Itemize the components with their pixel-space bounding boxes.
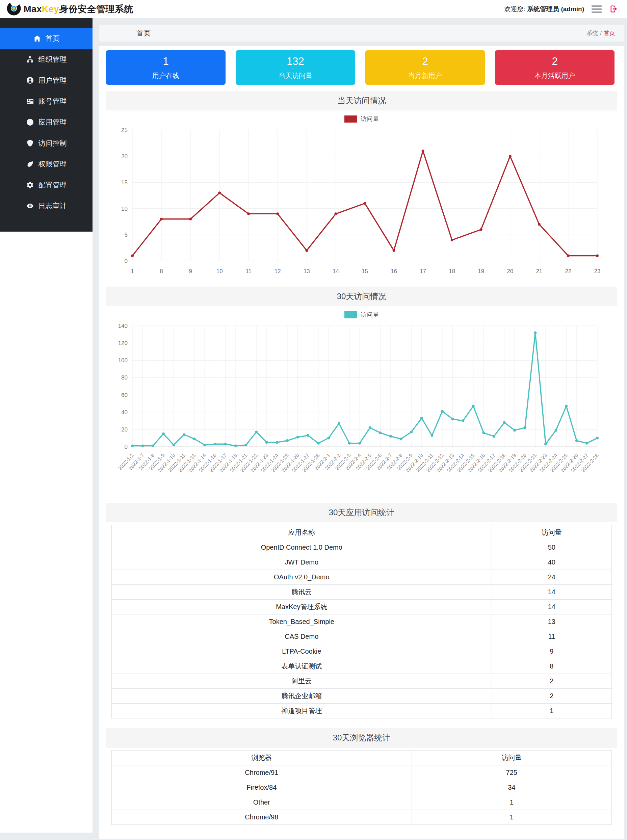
daily-visits-chart: 0510152025189101112131415161718192021222… xyxy=(108,124,610,280)
svg-text:12: 12 xyxy=(274,268,281,274)
table-cell: 表单认证测试 xyxy=(112,659,492,674)
menu-toggle-icon[interactable] xyxy=(592,5,602,13)
svg-text:18: 18 xyxy=(449,268,455,274)
logout-icon[interactable] xyxy=(609,5,618,14)
stat-value: 2 xyxy=(495,56,614,67)
sidebar-item-label: 组织管理 xyxy=(38,55,67,64)
svg-text:0: 0 xyxy=(124,444,128,450)
svg-text:20: 20 xyxy=(121,153,128,160)
svg-text:8: 8 xyxy=(160,268,163,274)
cogs-icon xyxy=(26,181,34,189)
table-cell: 11 xyxy=(492,629,611,644)
table-row: 表单认证测试8 xyxy=(112,659,612,674)
browser-stats-table: 浏览器访问量Chrome/91725Firefox/8434Other1Chro… xyxy=(112,750,612,825)
sidebar-item-label: 日志审计 xyxy=(38,201,67,211)
table-row: 禅道项目管理1 xyxy=(112,703,612,719)
sidebar-item-id-card[interactable]: 账号管理 xyxy=(0,91,93,112)
svg-text:15: 15 xyxy=(121,179,128,186)
table-cell: OpenID Connect 1.0 Demo xyxy=(112,540,492,555)
stat-value: 132 xyxy=(236,56,355,67)
sidebar-item-label: 应用管理 xyxy=(38,118,67,127)
table-cell: 8 xyxy=(492,659,611,674)
sidebar-item-label: 配置管理 xyxy=(38,180,67,190)
maxkey-logo-icon xyxy=(7,2,21,17)
table-row: 阿里云2 xyxy=(112,674,612,689)
sidebar-item-globe[interactable]: 应用管理 xyxy=(0,112,93,133)
shield-icon xyxy=(26,139,34,147)
sidebar-item-user[interactable]: 用户管理 xyxy=(0,70,93,91)
column-header: 浏览器 xyxy=(112,750,412,765)
svg-text:23: 23 xyxy=(594,268,601,274)
brand: MaxKey身份安全管理系统 xyxy=(7,2,133,17)
sidebar-item-label: 访问控制 xyxy=(38,138,67,148)
table-cell: 24 xyxy=(492,570,611,585)
svg-text:13: 13 xyxy=(304,268,310,274)
table-header-row: 应用名称访问量 xyxy=(112,525,612,540)
svg-text:14: 14 xyxy=(332,268,339,274)
table-cell: JWT Demo xyxy=(112,555,492,570)
app-stats-table: 应用名称访问量OpenID Connect 1.0 Demo50JWT Demo… xyxy=(112,525,612,719)
sidebar-item-eye[interactable]: 日志审计 xyxy=(0,195,93,216)
sidebar-item-sitemap[interactable]: 组织管理 xyxy=(0,49,93,70)
table-cell: 34 xyxy=(411,780,611,795)
table-cell: 50 xyxy=(492,540,611,555)
brand-title: MaxKey身份安全管理系统 xyxy=(24,3,133,15)
table-cell: Token_Based_Simple xyxy=(112,615,492,629)
id-card-icon xyxy=(26,97,34,105)
stat-label: 用户在线 xyxy=(106,71,225,80)
table-header-row: 浏览器访问量 xyxy=(112,750,612,765)
svg-text:140: 140 xyxy=(118,323,128,329)
sidebar: 首页 组织管理 用户管理 账号管理 应用管理 访问控制 xyxy=(0,18,93,832)
table-row: 腾讯云14 xyxy=(112,585,612,599)
table-row: Other1 xyxy=(112,795,612,810)
legend-swatch xyxy=(344,115,357,123)
sidebar-item-shield[interactable]: 访问控制 xyxy=(0,133,93,154)
table-row: Token_Based_Simple13 xyxy=(112,615,612,629)
table-cell: LTPA-Cookie xyxy=(112,644,492,659)
svg-text:1: 1 xyxy=(131,268,134,274)
table-row: CAS Demo11 xyxy=(112,629,612,644)
table-cell: 阿里云 xyxy=(112,674,492,689)
svg-text:0: 0 xyxy=(124,258,128,264)
monthly-visits-panel: 30天访问情况 访问量 0204060801001201402022-1-220… xyxy=(106,287,617,499)
sidebar-item-home[interactable]: 首页 xyxy=(0,28,93,49)
svg-text:11: 11 xyxy=(246,268,252,274)
table-row: MaxKey管理系统14 xyxy=(112,599,612,615)
table-cell: 腾讯云 xyxy=(112,585,492,599)
daily-visits-legend: 访问量 xyxy=(108,113,615,124)
app-header: MaxKey身份安全管理系统 欢迎您: 系统管理员 (admin) xyxy=(0,0,627,18)
table-cell: 1 xyxy=(411,795,611,810)
sidebar-item-cogs[interactable]: 配置管理 xyxy=(0,175,93,195)
stat-label: 本月活跃用户 xyxy=(495,71,614,80)
svg-text:17: 17 xyxy=(420,268,426,274)
sidebar-item-label: 权限管理 xyxy=(38,159,67,169)
table-cell: MaxKey管理系统 xyxy=(112,599,492,615)
user-icon xyxy=(26,76,34,84)
sidebar-item-leaf[interactable]: 权限管理 xyxy=(0,154,93,175)
table-cell: 13 xyxy=(492,615,611,629)
svg-text:80: 80 xyxy=(121,374,128,381)
breadcrumb-root-link[interactable]: 系统 xyxy=(586,30,598,36)
table-cell: 禅道项目管理 xyxy=(112,703,492,719)
table-row: Chrome/981 xyxy=(112,810,612,825)
stat-card: 1 用户在线 xyxy=(106,50,225,85)
stat-cards-row: 1 用户在线 132 当天访问量 2 当月新用户 2 本月活跃用户 xyxy=(106,50,617,85)
sidebar-item-label: 账号管理 xyxy=(38,97,67,106)
table-cell: 40 xyxy=(492,555,611,570)
welcome-text: 欢迎您: 系统管理员 (admin) xyxy=(504,5,584,14)
table-cell: Other xyxy=(112,795,412,810)
sidebar-menu: 首页 组织管理 用户管理 账号管理 应用管理 访问控制 xyxy=(0,18,93,231)
app-stats-panel: 30天应用访问统计 应用名称访问量OpenID Connect 1.0 Demo… xyxy=(106,503,617,724)
svg-text:120: 120 xyxy=(118,340,128,346)
breadcrumb-current-link[interactable]: 首页 xyxy=(604,30,615,36)
column-header: 访问量 xyxy=(492,525,611,540)
column-header: 应用名称 xyxy=(112,525,492,540)
svg-text:19: 19 xyxy=(478,268,484,274)
svg-text:22: 22 xyxy=(565,268,571,274)
page-title: 首页 xyxy=(136,28,151,38)
globe-icon xyxy=(26,118,34,126)
sidebar-item-label: 首页 xyxy=(46,34,60,43)
stat-card: 132 当天访问量 xyxy=(236,50,355,85)
svg-text:16: 16 xyxy=(391,268,397,274)
table-row: Firefox/8434 xyxy=(112,780,612,795)
